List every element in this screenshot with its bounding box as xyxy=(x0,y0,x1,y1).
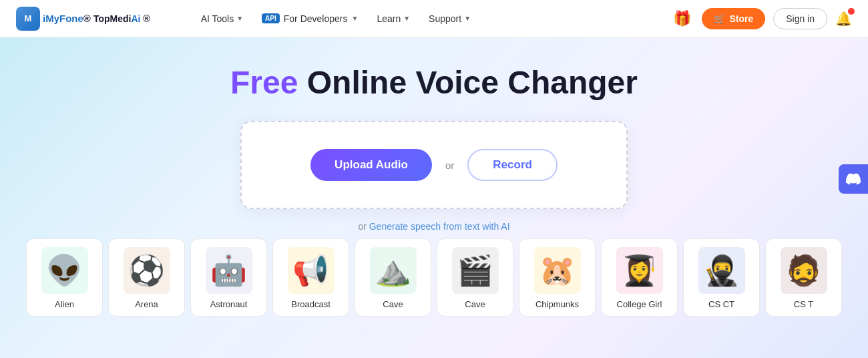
voice-card-label-cs-t: CS T xyxy=(794,299,813,309)
voice-card-label-arena: Arena xyxy=(135,299,158,309)
voice-card-icon-cs-ct: 🥷 xyxy=(698,247,745,294)
voice-card-icon-college-girl: 👩‍🎓 xyxy=(616,247,663,294)
voice-card-icon-alien: 👽 xyxy=(41,247,88,294)
voice-card-label-astronaut: Astronaut xyxy=(210,299,248,309)
record-button[interactable]: Record xyxy=(467,149,558,181)
voice-card-college-girl[interactable]: 👩‍🎓 College Girl xyxy=(601,238,678,317)
discord-button[interactable] xyxy=(839,164,868,194)
store-button[interactable]: 🛒 Store xyxy=(702,8,765,29)
voice-card-icon-chipmunks: 🐹 xyxy=(534,247,581,294)
main-content: Free Online Voice Changer Upload Audio o… xyxy=(0,37,868,358)
logo-sub-text: TopMediAi ® xyxy=(93,13,150,24)
nav-item-support[interactable]: Support ▼ xyxy=(421,9,479,28)
voice-emoji-chipmunks: 🐹 xyxy=(539,253,576,288)
upload-box: Upload Audio or Record xyxy=(240,121,628,209)
voice-card-arena[interactable]: ⚽ Arena xyxy=(108,238,185,317)
voice-card-chipmunks[interactable]: 🐹 Chipmunks xyxy=(519,238,596,317)
voice-card-label-broadcast: Broadcast xyxy=(291,299,331,309)
voice-emoji-cs-ct: 🥷 xyxy=(703,253,740,288)
logo[interactable]: M iMyFone® TopMediAi ® xyxy=(16,7,150,31)
voice-cards-row: 👽 Alien ⚽ Arena 🤖 Astronaut 📢 Broadcast … xyxy=(15,238,853,317)
nav-item-for-developers[interactable]: API For Developers ▼ xyxy=(254,9,366,28)
notification-badge xyxy=(848,8,855,15)
voice-card-label-cave1: Cave xyxy=(383,299,403,309)
signin-button[interactable]: Sign in xyxy=(773,8,827,29)
hero-title-rest: Online Voice Changer xyxy=(298,65,638,100)
generate-speech-link[interactable]: Generate speech from text with AI xyxy=(369,221,510,232)
voice-card-label-college-girl: College Girl xyxy=(617,299,662,309)
voice-emoji-alien: 👽 xyxy=(46,253,83,288)
voice-card-label-cave2: Cave xyxy=(465,299,485,309)
voice-card-icon-astronaut: 🤖 xyxy=(206,247,252,294)
voice-card-icon-cave2: 🎬 xyxy=(452,247,499,294)
voice-card-cave2[interactable]: 🎬 Cave xyxy=(437,238,513,317)
upload-row: Upload Audio or Record xyxy=(310,149,558,181)
voice-card-alien[interactable]: 👽 Alien xyxy=(26,238,103,317)
voice-emoji-cs-t: 🧔 xyxy=(785,253,822,288)
voice-emoji-cave1: ⛰️ xyxy=(375,253,411,288)
nav-items: AI Tools ▼ API For Developers ▼ Learn ▼ … xyxy=(193,9,665,28)
nav-item-ai-tools[interactable]: AI Tools ▼ xyxy=(193,9,251,28)
voice-emoji-arena: ⚽ xyxy=(128,253,165,288)
voice-card-broadcast[interactable]: 📢 Broadcast xyxy=(272,238,349,317)
voice-emoji-college-girl: 👩‍🎓 xyxy=(621,253,658,288)
navbar: M iMyFone® TopMediAi ® AI Tools ▼ API Fo… xyxy=(0,0,868,37)
voice-card-icon-cs-t: 🧔 xyxy=(781,247,827,294)
voice-card-label-cs-ct: CS CT xyxy=(708,299,734,309)
voice-card-cave1[interactable]: ⛰️ Cave xyxy=(355,238,431,317)
upload-audio-button[interactable]: Upload Audio xyxy=(310,149,432,181)
hero-title-free: Free xyxy=(230,65,298,100)
nav-item-learn[interactable]: Learn ▼ xyxy=(369,9,418,28)
api-badge: API xyxy=(262,13,280,23)
logo-icon: M xyxy=(16,7,40,31)
generate-link-row: or Generate speech from text with AI xyxy=(358,221,509,232)
voice-card-icon-broadcast: 📢 xyxy=(288,247,335,294)
gift-icon[interactable]: 🎁 xyxy=(670,7,694,31)
logo-brand-text: iMyFone® xyxy=(43,13,91,24)
chevron-down-icon: ▼ xyxy=(351,15,358,22)
voice-card-icon-cave1: ⛰️ xyxy=(370,247,417,294)
voice-card-label-chipmunks: Chipmunks xyxy=(535,299,579,309)
chevron-down-icon: ▼ xyxy=(403,15,410,22)
chevron-down-icon: ▼ xyxy=(464,15,471,22)
voice-emoji-cave2: 🎬 xyxy=(457,253,493,288)
voice-card-cs-t[interactable]: 🧔 CS T xyxy=(765,238,842,317)
or-label: or xyxy=(445,160,454,171)
navbar-right: 🎁 🛒 Store Sign in 🔔 xyxy=(670,7,852,31)
chevron-down-icon: ▼ xyxy=(236,15,243,22)
bell-wrapper: 🔔 xyxy=(835,11,852,27)
voice-emoji-astronaut: 🤖 xyxy=(210,253,247,288)
voice-emoji-broadcast: 📢 xyxy=(292,253,329,288)
voice-card-cs-ct[interactable]: 🥷 CS CT xyxy=(683,238,760,317)
cart-icon: 🛒 xyxy=(714,13,725,24)
voice-card-icon-arena: ⚽ xyxy=(124,247,170,294)
hero-title: Free Online Voice Changer xyxy=(230,64,638,101)
voice-card-label-alien: Alien xyxy=(55,299,74,309)
voice-card-astronaut[interactable]: 🤖 Astronaut xyxy=(190,238,267,317)
